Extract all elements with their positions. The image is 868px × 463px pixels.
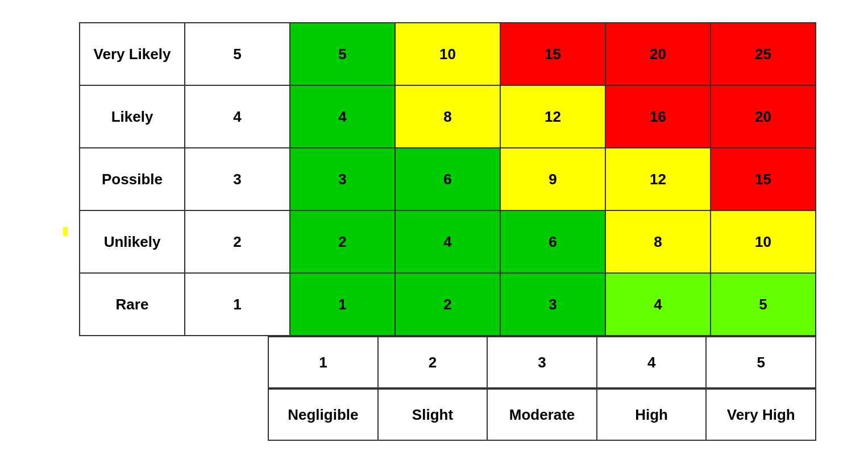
consequence-num-2: 3 (487, 337, 597, 388)
probability-label (63, 227, 68, 236)
row-num-2: 3 (185, 148, 290, 210)
cell-0-2: 15 (500, 23, 605, 85)
consequence-num-3: 4 (597, 337, 707, 388)
row-num-3: 2 (185, 210, 290, 273)
consequence-label-1: Slight (378, 389, 488, 440)
row-num-0: 5 (185, 23, 290, 85)
main-grid: Very Likely5510152025Likely448121620Poss… (79, 22, 816, 336)
row-label-4: Rare (80, 273, 185, 336)
cell-0-1: 10 (395, 23, 500, 85)
consequence-label-3: High (597, 389, 707, 440)
cell-0-3: 20 (605, 23, 711, 85)
row-label-0: Very Likely (80, 23, 185, 85)
cell-4-1: 2 (395, 273, 500, 336)
cell-3-1: 4 (395, 210, 500, 273)
bottom-labels-table: NegligibleSlightModerateHighVery High (79, 388, 816, 441)
risk-matrix: Very Likely5510152025Likely448121620Poss… (52, 22, 816, 441)
cell-1-4: 20 (711, 85, 816, 148)
cell-1-3: 16 (605, 85, 711, 148)
spacer-label (79, 389, 268, 440)
cell-3-3: 8 (605, 210, 711, 273)
cell-4-2: 3 (500, 273, 605, 336)
cell-1-1: 8 (395, 85, 500, 148)
cell-3-4: 10 (711, 210, 816, 273)
consequence-label-4: Very High (706, 389, 816, 440)
cell-0-0: 5 (290, 23, 395, 85)
table-wrapper: Very Likely5510152025Likely448121620Poss… (79, 22, 816, 441)
consequence-num-0: 1 (268, 337, 378, 388)
consequence-label-0: Negligible (268, 389, 378, 440)
cell-3-2: 6 (500, 210, 605, 273)
cell-2-0: 3 (290, 148, 395, 210)
cell-2-4: 15 (711, 148, 816, 210)
cell-1-2: 12 (500, 85, 605, 148)
row-label-2: Possible (80, 148, 185, 210)
probability-label-wrapper (52, 22, 79, 441)
cell-2-1: 6 (395, 148, 500, 210)
consequence-label-2: Moderate (487, 389, 597, 440)
row-num-1: 4 (185, 85, 290, 148)
cell-4-3: 4 (605, 273, 711, 336)
cell-4-4: 5 (711, 273, 816, 336)
row-label-3: Unlikely (80, 210, 185, 273)
consequence-num-4: 5 (706, 337, 816, 388)
spacer-num (79, 337, 268, 388)
cell-3-0: 2 (290, 210, 395, 273)
bottom-nums-table: 12345 (79, 336, 816, 388)
row-label-1: Likely (80, 85, 185, 148)
cell-2-2: 9 (500, 148, 605, 210)
cell-0-4: 25 (711, 23, 816, 85)
consequence-num-1: 2 (378, 337, 488, 388)
cell-2-3: 12 (605, 148, 711, 210)
cell-1-0: 4 (290, 85, 395, 148)
cell-4-0: 1 (290, 273, 395, 336)
row-num-4: 1 (185, 273, 290, 336)
